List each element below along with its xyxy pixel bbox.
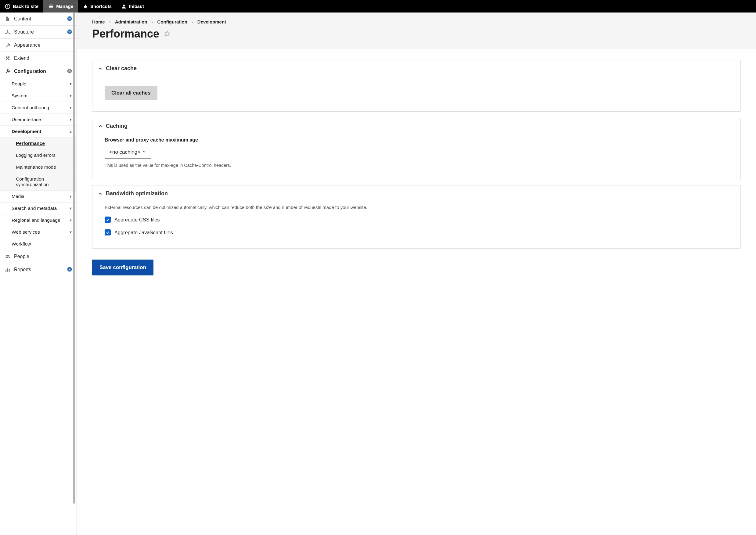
svg-marker-18 bbox=[164, 31, 170, 36]
svg-point-11 bbox=[68, 69, 72, 73]
svg-point-0 bbox=[6, 4, 10, 9]
sidebar-scrollbar[interactable] bbox=[73, 13, 75, 535]
sidebar-item-label: Configuration bbox=[14, 69, 67, 74]
svg-rect-16 bbox=[9, 269, 10, 272]
sidebar-subitem-content-authoring[interactable]: Content authoring ▼ bbox=[0, 102, 76, 114]
panel-header-clear-cache[interactable]: Clear cache bbox=[93, 60, 741, 76]
people-icon bbox=[4, 253, 11, 260]
breadcrumb-item[interactable]: Configuration bbox=[157, 19, 187, 24]
sidebar-item-label: Content authoring bbox=[12, 105, 69, 110]
back-to-site-button[interactable]: Back to site bbox=[0, 0, 43, 13]
sidebar-item-people[interactable]: People bbox=[0, 250, 76, 263]
sidebar-sub2item-maintenance[interactable]: Maintenance mode bbox=[0, 161, 76, 173]
sidebar-subitem-user-interface[interactable]: User interface ▼ bbox=[0, 114, 76, 126]
clear-cache-panel: Clear cache Clear all caches bbox=[92, 60, 741, 112]
bandwidth-panel: Bandwidth optimization External resource… bbox=[92, 185, 741, 249]
wrench-icon bbox=[4, 42, 11, 48]
sidebar-subitem-development[interactable]: Development ▲ bbox=[0, 126, 76, 138]
aggregate-js-checkbox-row[interactable]: Aggregate JavaScript files bbox=[105, 229, 728, 236]
checkbox-checked-icon[interactable] bbox=[105, 229, 111, 236]
sidebar-item-label: Extend bbox=[14, 56, 72, 61]
chevron-right-icon: › bbox=[152, 19, 153, 24]
clear-all-caches-button[interactable]: Clear all caches bbox=[105, 86, 157, 100]
wrench-icon bbox=[4, 68, 11, 75]
cache-max-age-label: Browser and proxy cache maximum age bbox=[105, 137, 728, 143]
sidebar-item-label: Development bbox=[12, 129, 69, 134]
shortcuts-button[interactable]: Shortcuts bbox=[78, 0, 117, 13]
manage-button[interactable]: Manage bbox=[43, 0, 78, 13]
top-toolbar: Back to site Manage Shortcuts thibaut bbox=[0, 0, 756, 13]
svg-rect-14 bbox=[6, 269, 6, 272]
panel-header-caching[interactable]: Caching bbox=[93, 118, 741, 134]
triangle-down-icon: ▼ bbox=[69, 218, 72, 222]
sidebar-item-label: Logging and errors bbox=[16, 153, 56, 158]
sidebar-sub2item-logging[interactable]: Logging and errors bbox=[0, 150, 76, 161]
chevron-down-circle-icon bbox=[67, 16, 72, 22]
back-arrow-icon bbox=[5, 4, 10, 9]
sidebar-subitem-workflow[interactable]: Workflow bbox=[0, 238, 76, 250]
user-menu-button[interactable]: thibaut bbox=[117, 0, 149, 13]
triangle-down-icon: ▼ bbox=[69, 195, 72, 198]
triangle-down-icon: ▼ bbox=[69, 230, 72, 234]
breadcrumb-item[interactable]: Administration bbox=[115, 19, 147, 24]
triangle-down-icon: ▼ bbox=[69, 207, 72, 210]
chevron-down-circle-icon bbox=[67, 29, 72, 35]
cache-max-age-select[interactable]: <no caching> bbox=[105, 146, 151, 158]
checkbox-label: Aggregate CSS files bbox=[114, 217, 160, 223]
cache-help-text: This is used as the value for max-age in… bbox=[105, 163, 728, 168]
triangle-up-icon: ▲ bbox=[69, 130, 72, 133]
sidebar-sub2item-config-sync[interactable]: Configuration synchronization bbox=[0, 173, 76, 191]
document-icon bbox=[4, 15, 11, 22]
admin-sidebar: Content Structure Appearance bbox=[0, 13, 77, 535]
breadcrumb-item[interactable]: Home bbox=[92, 19, 105, 24]
save-configuration-button[interactable]: Save configuration bbox=[92, 260, 154, 275]
sidebar-item-label: Configuration synchronization bbox=[16, 176, 72, 187]
checkbox-label: Aggregate JavaScript files bbox=[114, 230, 173, 236]
bandwidth-description: External resources can be optimized auto… bbox=[105, 205, 728, 210]
star-outline-icon[interactable] bbox=[163, 30, 171, 38]
sidebar-item-label: Content bbox=[14, 16, 67, 22]
sidebar-item-label: Reports bbox=[14, 267, 67, 272]
sidebar-subitem-system[interactable]: System ▼ bbox=[0, 90, 76, 102]
sidebar-subitem-media[interactable]: Media ▼ bbox=[0, 191, 76, 203]
caching-panel: Caching Browser and proxy cache maximum … bbox=[92, 118, 741, 179]
sidebar-sub2item-performance[interactable]: Performance bbox=[0, 138, 76, 150]
breadcrumb-item[interactable]: Development bbox=[197, 19, 226, 24]
sidebar-item-label: Workflow bbox=[12, 241, 72, 247]
checkbox-checked-icon[interactable] bbox=[105, 216, 111, 223]
svg-point-17 bbox=[68, 267, 72, 271]
svg-point-5 bbox=[123, 5, 125, 7]
puzzle-icon bbox=[4, 55, 11, 62]
sidebar-item-label: System bbox=[12, 93, 69, 99]
sidebar-item-label: Appearance bbox=[14, 42, 72, 48]
back-to-site-label: Back to site bbox=[13, 4, 39, 9]
sidebar-subitem-search-metadata[interactable]: Search and metadata ▼ bbox=[0, 203, 76, 214]
sidebar-item-label: Web services bbox=[12, 229, 69, 235]
select-value: <no caching> bbox=[109, 149, 140, 155]
sidebar-item-appearance[interactable]: Appearance bbox=[0, 39, 76, 52]
aggregate-css-checkbox-row[interactable]: Aggregate CSS files bbox=[105, 216, 728, 223]
chevron-up-icon bbox=[98, 124, 103, 129]
sidebar-subitem-regional[interactable]: Regional and language ▼ bbox=[0, 214, 76, 226]
page-title: Performance bbox=[92, 27, 159, 40]
user-label: thibaut bbox=[129, 4, 144, 9]
hamburger-icon bbox=[48, 4, 54, 9]
chevron-right-icon: › bbox=[192, 19, 193, 24]
sidebar-item-reports[interactable]: Reports bbox=[0, 263, 76, 276]
chevron-right-icon: › bbox=[109, 19, 111, 24]
sidebar-subitem-web-services[interactable]: Web services ▼ bbox=[0, 226, 76, 238]
triangle-down-icon: ▼ bbox=[69, 82, 72, 86]
manage-label: Manage bbox=[56, 4, 73, 9]
sidebar-item-extend[interactable]: Extend bbox=[0, 52, 76, 65]
sidebar-item-structure[interactable]: Structure bbox=[0, 26, 76, 39]
sidebar-subitem-people[interactable]: People ▼ bbox=[0, 78, 76, 90]
sidebar-item-configuration[interactable]: Configuration bbox=[0, 65, 76, 78]
hierarchy-icon bbox=[4, 29, 11, 35]
sidebar-item-label: Performance bbox=[16, 141, 45, 146]
sidebar-item-label: Regional and language bbox=[12, 217, 69, 223]
sidebar-item-content[interactable]: Content bbox=[0, 13, 76, 26]
sidebar-item-label: Search and metadata bbox=[12, 206, 69, 211]
panel-header-bandwidth[interactable]: Bandwidth optimization bbox=[93, 185, 741, 202]
user-icon bbox=[122, 4, 126, 9]
triangle-down-icon: ▼ bbox=[69, 118, 72, 122]
